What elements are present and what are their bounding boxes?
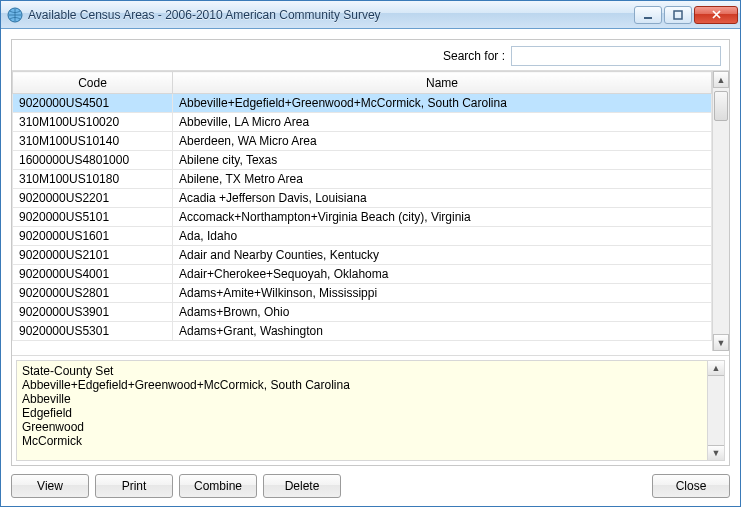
column-header-code[interactable]: Code [13, 72, 173, 94]
table-row[interactable]: 9020000US3901Adams+Brown, Ohio [13, 303, 712, 322]
cell-code: 9020000US2201 [13, 189, 173, 208]
scroll-up-icon[interactable]: ▲ [713, 71, 729, 88]
maximize-button[interactable] [664, 6, 692, 24]
table-row[interactable]: 310M100US10140Aberdeen, WA Micro Area [13, 132, 712, 151]
column-header-name[interactable]: Name [173, 72, 712, 94]
cell-name: Accomack+Northampton+Virginia Beach (cit… [173, 208, 712, 227]
app-icon [7, 7, 23, 23]
table-row[interactable]: 1600000US4801000Abilene city, Texas [13, 151, 712, 170]
detail-panel: State-County Set Abbeville+Edgefield+Gre… [12, 355, 729, 465]
detail-scrollbar[interactable]: ▲ ▼ [708, 360, 725, 461]
cell-name: Acadia +Jefferson Davis, Louisiana [173, 189, 712, 208]
cell-name: Abbeville, LA Micro Area [173, 113, 712, 132]
cell-code: 9020000US1601 [13, 227, 173, 246]
scroll-down-icon[interactable]: ▼ [713, 334, 729, 351]
detail-text: State-County Set Abbeville+Edgefield+Gre… [16, 360, 708, 461]
titlebar: Available Census Areas - 2006-2010 Ameri… [1, 1, 740, 29]
cell-code: 9020000US2801 [13, 284, 173, 303]
cell-code: 9020000US5101 [13, 208, 173, 227]
cell-code: 9020000US4001 [13, 265, 173, 284]
cell-name: Abbeville+Edgefield+Greenwood+McCormick,… [173, 94, 712, 113]
cell-name: Ada, Idaho [173, 227, 712, 246]
search-bar: Search for : [12, 40, 729, 70]
search-input[interactable] [511, 46, 721, 66]
census-table: Code Name 9020000US4501Abbeville+Edgefie… [12, 71, 712, 341]
close-window-button[interactable] [694, 6, 738, 24]
cell-code: 310M100US10140 [13, 132, 173, 151]
cell-name: Abilene city, Texas [173, 151, 712, 170]
cell-code: 310M100US10020 [13, 113, 173, 132]
cell-code: 1600000US4801000 [13, 151, 173, 170]
cell-name: Adams+Grant, Washington [173, 322, 712, 341]
table-row[interactable]: 310M100US10020Abbeville, LA Micro Area [13, 113, 712, 132]
minimize-icon [643, 10, 653, 20]
close-button[interactable]: Close [652, 474, 730, 498]
view-button[interactable]: View [11, 474, 89, 498]
cell-code: 9020000US2101 [13, 246, 173, 265]
table-scrollbar[interactable]: ▲ ▼ [712, 71, 729, 351]
table-scroll: Code Name 9020000US4501Abbeville+Edgefie… [12, 71, 712, 351]
cell-name: Adair and Nearby Counties, Kentucky [173, 246, 712, 265]
svg-rect-1 [644, 17, 652, 19]
cell-name: Aberdeen, WA Micro Area [173, 132, 712, 151]
spacer [347, 474, 646, 498]
table-row[interactable]: 9020000US2101Adair and Nearby Counties, … [13, 246, 712, 265]
svg-rect-2 [674, 11, 682, 19]
table-row[interactable]: 9020000US5101Accomack+Northampton+Virgin… [13, 208, 712, 227]
table-row[interactable]: 9020000US2801Adams+Amite+Wilkinson, Miss… [13, 284, 712, 303]
scroll-thumb[interactable] [714, 91, 728, 121]
cell-code: 9020000US3901 [13, 303, 173, 322]
cell-code: 310M100US10180 [13, 170, 173, 189]
table-row[interactable]: 9020000US1601Ada, Idaho [13, 227, 712, 246]
cell-code: 9020000US4501 [13, 94, 173, 113]
cell-name: Adair+Cherokee+Sequoyah, Oklahoma [173, 265, 712, 284]
table-row[interactable]: 9020000US4501Abbeville+Edgefield+Greenwo… [13, 94, 712, 113]
table-row[interactable]: 9020000US4001Adair+Cherokee+Sequoyah, Ok… [13, 265, 712, 284]
maximize-icon [673, 10, 683, 20]
cell-name: Abilene, TX Metro Area [173, 170, 712, 189]
table-row[interactable]: 310M100US10180Abilene, TX Metro Area [13, 170, 712, 189]
table-row[interactable]: 9020000US2201Acadia +Jefferson Davis, Lo… [13, 189, 712, 208]
delete-button[interactable]: Delete [263, 474, 341, 498]
scroll-up-icon[interactable]: ▲ [708, 361, 724, 376]
window: Available Census Areas - 2006-2010 Ameri… [0, 0, 741, 507]
window-title: Available Census Areas - 2006-2010 Ameri… [28, 8, 634, 22]
table-row[interactable]: 9020000US5301Adams+Grant, Washington [13, 322, 712, 341]
print-button[interactable]: Print [95, 474, 173, 498]
table-container: Code Name 9020000US4501Abbeville+Edgefie… [12, 70, 729, 351]
button-bar: View Print Combine Delete Close [11, 472, 730, 498]
client-area: Search for : Code Name 9020000US4501Abbe… [1, 29, 740, 506]
cell-code: 9020000US5301 [13, 322, 173, 341]
search-label: Search for : [443, 49, 505, 63]
close-icon [711, 9, 722, 20]
cell-name: Adams+Brown, Ohio [173, 303, 712, 322]
combine-button[interactable]: Combine [179, 474, 257, 498]
main-panel: Search for : Code Name 9020000US4501Abbe… [11, 39, 730, 466]
minimize-button[interactable] [634, 6, 662, 24]
scroll-down-icon[interactable]: ▼ [708, 445, 724, 460]
cell-name: Adams+Amite+Wilkinson, Mississippi [173, 284, 712, 303]
window-controls [634, 6, 738, 24]
